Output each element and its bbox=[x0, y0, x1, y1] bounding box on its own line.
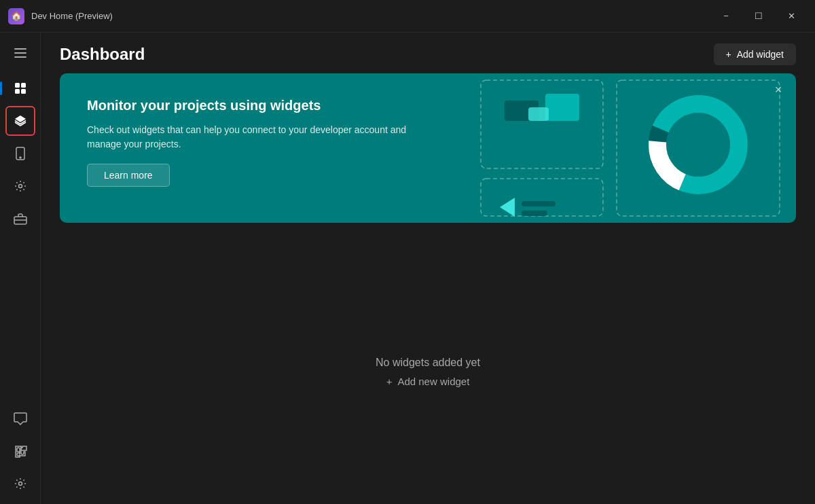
banner-visual bbox=[465, 73, 796, 223]
gear-icon bbox=[14, 179, 27, 193]
device-icon bbox=[14, 147, 26, 160]
page-header: Dashboard + Add widget bbox=[41, 33, 815, 73]
svg-rect-2 bbox=[15, 89, 20, 94]
svg-point-6 bbox=[18, 185, 22, 188]
empty-state: No widgets added yet + Add new widget bbox=[60, 239, 796, 504]
svg-rect-0 bbox=[15, 83, 20, 88]
hamburger-icon bbox=[14, 48, 26, 58]
maximize-button[interactable]: ☐ bbox=[743, 5, 774, 27]
minimize-button[interactable]: − bbox=[710, 5, 742, 27]
sidebar bbox=[0, 33, 41, 504]
feedback-icon bbox=[14, 412, 27, 425]
svg-rect-1 bbox=[21, 83, 26, 88]
add-widget-button[interactable]: + Add widget bbox=[714, 43, 796, 65]
sidebar-item-dashboard[interactable] bbox=[5, 73, 35, 103]
banner-card: Monitor your projects using widgets Chec… bbox=[60, 73, 796, 223]
svg-point-9 bbox=[18, 482, 22, 486]
svg-marker-19 bbox=[500, 198, 515, 217]
add-new-widget-button[interactable]: + Add new widget bbox=[386, 376, 470, 387]
settings-icon bbox=[14, 477, 27, 490]
close-button[interactable]: ✕ bbox=[776, 5, 807, 27]
svg-rect-13 bbox=[528, 107, 549, 121]
layers-icon bbox=[14, 114, 27, 128]
add-icon: + bbox=[726, 49, 731, 60]
svg-rect-3 bbox=[21, 89, 26, 94]
svg-rect-18 bbox=[481, 179, 603, 216]
svg-rect-20 bbox=[522, 201, 556, 206]
sidebar-item-layers[interactable] bbox=[5, 106, 35, 136]
banner-description: Check out widgets that can help you conn… bbox=[87, 123, 440, 151]
banner-close-button[interactable]: × bbox=[769, 80, 788, 99]
page-title: Dashboard bbox=[60, 45, 145, 64]
titlebar-controls: − ☐ ✕ bbox=[710, 5, 807, 27]
empty-state-message: No widgets added yet bbox=[376, 357, 480, 369]
titlebar-left: 🏠 Dev Home (Preview) bbox=[8, 8, 113, 24]
main-content: Monitor your projects using widgets Chec… bbox=[41, 73, 815, 504]
sidebar-item-settings-cog[interactable] bbox=[5, 171, 35, 201]
add-widget-label: Add widget bbox=[737, 49, 784, 60]
sidebar-item-device[interactable] bbox=[5, 139, 35, 168]
sidebar-menu-button[interactable] bbox=[5, 38, 35, 68]
sidebar-item-feedback[interactable] bbox=[5, 403, 35, 433]
sidebar-item-briefcase[interactable] bbox=[5, 204, 35, 234]
app-icon: 🏠 bbox=[8, 8, 24, 24]
svg-point-5 bbox=[20, 157, 21, 158]
dashboard-icon bbox=[14, 82, 27, 95]
sidebar-item-extensions[interactable] bbox=[5, 436, 35, 466]
add-new-label: Add new widget bbox=[397, 376, 469, 387]
add-new-icon: + bbox=[386, 376, 393, 387]
titlebar: 🏠 Dev Home (Preview) − ☐ ✕ bbox=[0, 0, 815, 33]
svg-rect-10 bbox=[481, 80, 603, 168]
app-title: Dev Home (Preview) bbox=[31, 11, 113, 21]
content-area: Dashboard + Add widget Monitor your proj… bbox=[41, 33, 815, 504]
app-body: Dashboard + Add widget Monitor your proj… bbox=[0, 33, 815, 504]
banner-illustration bbox=[465, 73, 796, 223]
sidebar-item-bottom-settings[interactable] bbox=[5, 469, 35, 499]
banner-heading: Monitor your projects using widgets bbox=[87, 98, 440, 113]
banner-text: Monitor your projects using widgets Chec… bbox=[60, 73, 465, 223]
briefcase-icon bbox=[14, 213, 27, 225]
extensions-icon bbox=[14, 444, 27, 458]
learn-more-button[interactable]: Learn more bbox=[87, 164, 170, 187]
svg-rect-21 bbox=[522, 211, 547, 216]
svg-rect-12 bbox=[545, 94, 579, 121]
